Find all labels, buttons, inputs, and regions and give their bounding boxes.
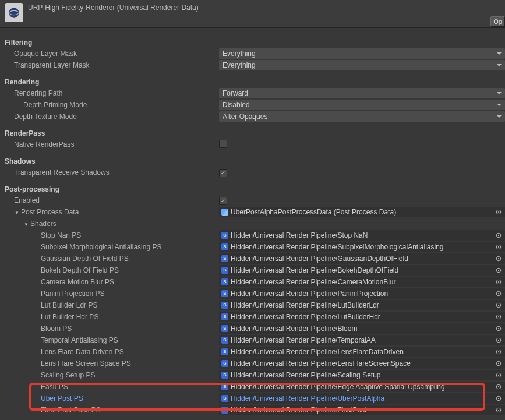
objectfield-shader[interactable]: Hidden/Universal Render Pipeline/LutBuil… (219, 300, 505, 310)
objectfield-shader[interactable]: Hidden/Universal Render Pipeline/Tempora… (219, 335, 505, 345)
svg-point-8 (498, 246, 499, 248)
label-depth-texture-mode: Depth Texture Mode (0, 112, 219, 121)
objectfield-shader[interactable]: Hidden/Universal Render Pipeline/Stop Na… (219, 230, 505, 241)
label-transparent-receive-shadows: Transparent Receive Shadows (0, 168, 219, 177)
objectfield-shader[interactable]: Hidden/Universal Render Pipeline/UberPos… (219, 393, 505, 404)
svg-point-32 (498, 386, 499, 387)
section-rendering: Rendering (0, 76, 505, 87)
svg-point-30 (498, 375, 499, 376)
shader-value: Hidden/Universal Render Pipeline/Tempora… (231, 335, 376, 345)
shader-value: Hidden/Universal Render Pipeline/UberPos… (231, 393, 384, 404)
objectfield-shader[interactable]: Hidden/Universal Render Pipeline/PaniniP… (219, 288, 505, 299)
svg-point-20 (498, 316, 499, 317)
shader-label: Gaussian Depth Of Field PS (0, 255, 219, 263)
shader-icon (221, 313, 228, 320)
shader-icon (221, 383, 228, 390)
object-picker-icon[interactable] (495, 324, 503, 333)
object-picker-icon[interactable] (495, 313, 503, 321)
objectfield-shader[interactable]: Hidden/Universal Render Pipeline/LutBuil… (219, 312, 505, 322)
objectfield-shader[interactable]: Hidden/Universal Render Pipeline/LensFla… (219, 358, 505, 369)
foldout-post-process-data[interactable]: Post Process Data (0, 208, 219, 216)
objectfield-post-process-data[interactable]: UberPostAlphaPostProcessData (Post Proce… (219, 207, 505, 217)
shader-icon (221, 302, 228, 309)
dropdown-transparent-layer-mask[interactable]: Everything (219, 60, 505, 70)
objectfield-shader[interactable]: Hidden/Universal Render Pipeline/Bloom (219, 323, 505, 334)
object-picker-icon[interactable] (495, 243, 503, 251)
label-enabled: Enabled (0, 196, 219, 204)
object-picker-icon[interactable] (495, 301, 503, 309)
label-transparent-layer-mask: Transparent Layer Mask (0, 61, 219, 69)
checkbox-native-renderpass[interactable] (219, 140, 227, 148)
shader-label: Stop Nan PS (0, 231, 219, 239)
object-picker-icon[interactable] (495, 290, 503, 298)
dropdown-depth-texture-mode[interactable]: After Opaques (219, 111, 505, 122)
label-depth-priming-mode: Depth Priming Mode (0, 101, 219, 109)
checkbox-enabled[interactable] (219, 197, 227, 205)
shader-value: Hidden/Universal Render Pipeline/Gaussia… (231, 253, 408, 264)
titlebar: URP-High Fidelity-Renderer (Universal Re… (0, 0, 505, 28)
renderer-asset-icon (5, 3, 23, 22)
object-picker-icon[interactable] (495, 406, 503, 414)
checkbox-transparent-receive-shadows[interactable] (219, 169, 227, 177)
shader-value: Hidden/Universal Render Pipeline/Edge Ad… (231, 382, 445, 392)
dropdown-rendering-path[interactable]: Forward (219, 88, 505, 98)
shader-label: Subpixel Morphological Antialiasing PS (0, 243, 219, 251)
objectfield-shader[interactable]: Hidden/Universal Render Pipeline/BokehDe… (219, 265, 505, 276)
object-picker-icon[interactable] (495, 336, 503, 344)
shader-value: Hidden/Universal Render Pipeline/CameraM… (231, 277, 395, 287)
foldout-shaders[interactable]: Shaders (0, 220, 219, 228)
dropdown-opaque-layer-mask[interactable]: Everything (219, 48, 505, 59)
section-postprocessing: Post-processing (0, 183, 505, 195)
objectfield-shader[interactable]: Hidden/Universal Render Pipeline/LensFla… (219, 347, 505, 357)
object-picker-icon[interactable] (495, 383, 503, 391)
object-picker-icon[interactable] (495, 278, 503, 286)
object-picker-icon[interactable] (495, 231, 503, 239)
objectfield-shader[interactable]: Hidden/Universal Render Pipeline/Gaussia… (219, 253, 505, 264)
object-picker-icon[interactable] (495, 371, 503, 379)
objectfield-shader[interactable]: Hidden/Universal Render Pipeline/FinalPo… (219, 405, 505, 415)
chevron-down-icon (23, 220, 29, 228)
shader-icon (221, 348, 228, 355)
svg-point-12 (498, 270, 499, 271)
shader-icon (221, 267, 228, 274)
label-native-renderpass: Native RenderPass (0, 140, 219, 149)
shader-icon (221, 232, 228, 239)
shader-label: Lut Builder Hdr PS (0, 313, 219, 321)
window-title: URP-High Fidelity-Renderer (Universal Re… (28, 3, 199, 12)
shader-icon (221, 372, 228, 379)
shader-value: Hidden/Universal Render Pipeline/Scaling… (231, 370, 380, 380)
object-picker-icon[interactable] (495, 208, 503, 216)
dropdown-depth-priming-mode[interactable]: Disabled (219, 100, 505, 110)
value-post-process-data: UberPostAlphaPostProcessData (Post Proce… (231, 207, 396, 217)
shader-label: Temporal Antialiasing PS (0, 336, 219, 344)
objectfield-shader[interactable]: Hidden/Universal Render Pipeline/CameraM… (219, 277, 505, 287)
shader-label: Lens Flare Screen Space PS (0, 359, 219, 368)
shader-icon (221, 360, 228, 367)
shader-label: Easu PS (0, 383, 219, 391)
shader-label: Lens Flare Data Driven PS (0, 348, 219, 356)
objectfield-shader[interactable]: Hidden/Universal Render Pipeline/Edge Ad… (219, 382, 505, 392)
svg-point-4 (498, 211, 499, 213)
shader-label: Panini Projection PS (0, 290, 219, 298)
object-picker-icon[interactable] (495, 255, 503, 263)
shader-label: Final Post Pass PS (0, 406, 219, 414)
shader-value: Hidden/Universal Render Pipeline/PaniniP… (231, 288, 388, 299)
shader-value: Hidden/Universal Render Pipeline/Subpixe… (231, 242, 444, 252)
object-picker-icon[interactable] (495, 394, 503, 403)
svg-point-18 (498, 305, 499, 306)
shader-icon (221, 395, 228, 402)
shader-icon (221, 243, 228, 250)
shader-label: Scaling Setup PS (0, 371, 219, 379)
shader-icon (221, 290, 228, 297)
objectfield-shader[interactable]: Hidden/Universal Render Pipeline/Subpixe… (219, 242, 505, 252)
shader-value: Hidden/Universal Render Pipeline/Stop Na… (231, 230, 368, 241)
object-picker-icon[interactable] (495, 348, 503, 356)
shader-icon (221, 278, 228, 285)
shader-label: Bokeh Depth Of Field PS (0, 266, 219, 274)
section-shadows: Shadows (0, 155, 505, 167)
object-picker-icon[interactable] (495, 266, 503, 274)
objectfield-shader[interactable]: Hidden/Universal Render Pipeline/Scaling… (219, 370, 505, 380)
object-picker-icon[interactable] (495, 359, 503, 368)
svg-point-24 (498, 340, 499, 341)
open-button[interactable]: Op (490, 16, 505, 27)
